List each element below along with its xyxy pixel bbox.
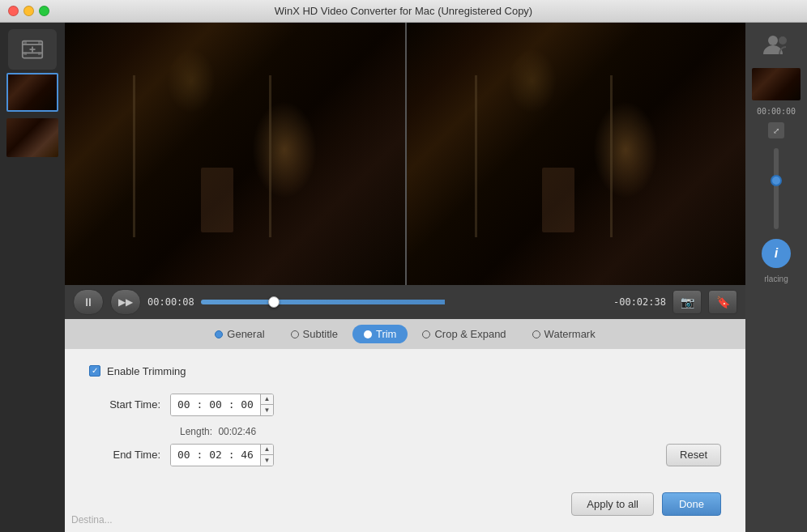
title-bar: WinX HD Video Converter for Mac (Unregis…	[0, 0, 807, 23]
length-value: 00:02:46	[218, 426, 256, 437]
pause-button[interactable]: ⏸	[73, 289, 104, 315]
svg-rect-3	[24, 41, 28, 45]
end-time-label: End Time:	[89, 449, 170, 461]
right-time-label: 00:00:00	[757, 107, 796, 116]
tab-dot-general	[215, 330, 223, 338]
start-time-label: Start Time:	[89, 398, 170, 411]
reset-button[interactable]: Reset	[666, 444, 721, 466]
start-time-input[interactable]	[171, 394, 260, 415]
traffic-lights	[8, 6, 49, 16]
end-time-increment[interactable]: ▲	[261, 445, 273, 455]
start-time-decrement[interactable]: ▼	[261, 405, 273, 415]
enable-trimming-checkbox[interactable]: ✓	[89, 365, 100, 377]
trim-settings-panel: ✓ Enable Trimming Start Time: ▲ ▼ Length…	[65, 349, 745, 532]
main-content-area: ⏸ ▶▶ 00:00:08 -00:02:38 📷 🔖 General Subt…	[65, 23, 745, 532]
expand-button[interactable]: ⤢	[768, 122, 784, 138]
tab-crop-expand[interactable]: Crop & Expand	[411, 325, 517, 343]
pause-icon: ⏸	[83, 296, 94, 309]
right-slider-thumb[interactable]	[771, 175, 782, 186]
progress-thumb[interactable]	[268, 296, 280, 308]
progress-bar[interactable]	[201, 300, 607, 304]
right-panel: 00:00:00 ⤢ i rlacing	[745, 23, 807, 532]
destination-label: Destina...	[71, 514, 113, 526]
tab-dot-crop	[422, 330, 430, 338]
current-time: 00:00:08	[147, 296, 194, 308]
deinterlace-label: rlacing	[764, 275, 788, 283]
length-label: Length:	[180, 426, 212, 437]
svg-rect-6	[38, 53, 41, 56]
remaining-time: -00:02:38	[613, 296, 666, 308]
length-info-row: Length: 00:02:46	[180, 426, 721, 437]
tab-watermark[interactable]: Watermark	[521, 325, 607, 343]
screenshot-button[interactable]: 📷	[672, 290, 702, 314]
end-time-input-group: ▲ ▼	[170, 444, 274, 466]
left-sidebar	[0, 23, 65, 532]
checkmark-icon: ✓	[92, 367, 98, 375]
start-time-increment[interactable]: ▲	[261, 394, 273, 405]
sidebar-thumbnail-1[interactable]	[6, 73, 58, 112]
camera-icon: 📷	[681, 296, 694, 309]
sidebar-thumbnail-2[interactable]	[6, 118, 58, 157]
video-canvas-right	[407, 23, 745, 285]
thumbnail-preview-1	[8, 74, 57, 110]
right-panel-thumbnail	[752, 68, 801, 100]
start-time-stepper: ▲ ▼	[260, 394, 273, 415]
tab-navigation: General Subtitle Trim Crop & Expand Wate…	[65, 319, 745, 349]
tab-dot-watermark	[532, 330, 540, 338]
enable-trimming-row: ✓ Enable Trimming	[89, 365, 721, 377]
playback-controls: ⏸ ▶▶ 00:00:08 -00:02:38 📷 🔖	[65, 285, 745, 320]
maximize-button[interactable]	[39, 6, 49, 16]
tab-general[interactable]: General	[203, 325, 275, 343]
video-preview-area	[65, 23, 745, 285]
tab-label-watermark: Watermark	[544, 328, 596, 340]
svg-point-9	[768, 36, 778, 45]
users-icon	[762, 33, 791, 57]
add-film-icon	[21, 38, 44, 61]
tab-dot-trim	[364, 330, 372, 338]
tab-label-general: General	[227, 328, 264, 340]
expand-icon: ⤢	[773, 126, 779, 135]
info-icon: i	[775, 246, 778, 261]
end-time-stepper: ▲ ▼	[260, 445, 273, 466]
bookmark-button[interactable]: 🔖	[708, 290, 737, 314]
svg-rect-5	[24, 53, 28, 56]
tab-trim[interactable]: Trim	[352, 325, 408, 343]
minimize-button[interactable]	[23, 6, 34, 16]
thumbnail-preview-2	[6, 118, 58, 157]
tab-label-subtitle: Subtitle	[303, 328, 338, 340]
video-preview-right	[405, 23, 745, 285]
end-time-row: End Time: ▲ ▼ Reset	[89, 444, 721, 466]
fast-forward-button[interactable]: ▶▶	[110, 289, 141, 315]
done-button[interactable]: Done	[662, 492, 721, 516]
video-preview-left	[65, 23, 405, 285]
window-title: WinX HD Video Converter for Mac (Unregis…	[275, 5, 532, 17]
svg-rect-1	[23, 44, 43, 45]
end-time-input[interactable]	[171, 445, 260, 466]
start-time-row: Start Time: ▲ ▼	[89, 394, 721, 416]
end-time-decrement[interactable]: ▼	[261, 455, 273, 466]
bookmark-icon: 🔖	[716, 296, 730, 309]
close-button[interactable]	[8, 6, 19, 16]
start-time-input-group: ▲ ▼	[170, 394, 274, 416]
video-canvas-left	[65, 23, 405, 285]
tab-subtitle[interactable]: Subtitle	[280, 325, 349, 343]
right-panel-slider[interactable]	[774, 148, 779, 229]
right-thumbnail-preview	[752, 68, 801, 100]
enable-trimming-label: Enable Trimming	[107, 365, 186, 377]
bottom-action-buttons: Apply to all Done	[89, 476, 721, 516]
svg-rect-4	[38, 41, 41, 45]
apply-to-all-button[interactable]: Apply to all	[571, 492, 654, 516]
info-button[interactable]: i	[762, 239, 791, 268]
ffwd-icon: ▶▶	[118, 296, 133, 308]
add-video-button[interactable]	[8, 29, 57, 70]
tab-label-trim: Trim	[376, 328, 397, 340]
tab-dot-subtitle	[291, 330, 299, 338]
svg-point-10	[779, 36, 787, 45]
users-icon-container[interactable]	[754, 29, 799, 62]
tab-label-crop: Crop & Expand	[434, 328, 506, 340]
